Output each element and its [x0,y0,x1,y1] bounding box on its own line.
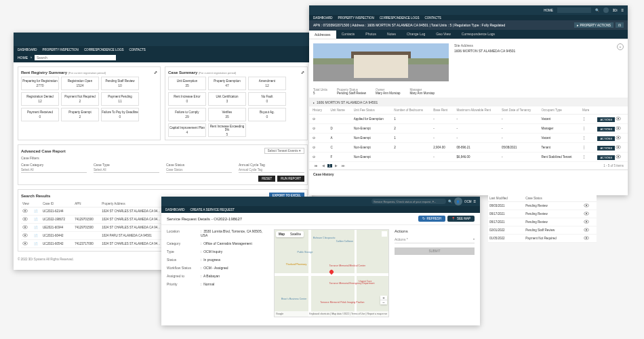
view-icon[interactable] [22,241,28,245]
stat-card[interactable]: Unit Certification3 [208,92,246,106]
map-view[interactable]: Map Satellite Torrance Memorial Medical … [274,229,389,317]
nav-create-request[interactable]: CREATE A SERVICE REQUEST [190,208,235,212]
view-icon[interactable] [584,228,589,232]
reset-button[interactable]: RESET [258,176,275,182]
tab-contacts[interactable]: Contacts [336,30,361,39]
stat-card[interactable]: Capital Improvement Plan4 [168,123,206,137]
table-row[interactable]: ⊙DNon-Exempt2---Manager⋮ACTIONS [309,124,628,134]
run-report-button[interactable]: RUN REPORT [277,176,304,182]
view-icon[interactable] [584,212,589,216]
table-row[interactable]: ⊙ANon-Exempt1---Vacant⋮ACTIONS [309,134,628,143]
table-row[interactable]: 08/17/2021Pending Review [488,210,597,218]
search-input[interactable] [35,55,116,60]
stat-card[interactable]: Amendment12 [248,77,286,90]
view-icon[interactable] [584,220,589,224]
table-row[interactable]: 08/03/2021Pending Review [488,202,597,210]
actions-select[interactable]: Actions * [395,236,475,243]
map-tab-map[interactable]: Map [276,231,287,237]
search-icon[interactable]: 🔍 [595,8,599,12]
tab-notes[interactable]: Notes [382,30,401,39]
stat-card[interactable]: Rent Increase Error0 [168,92,206,106]
table-row[interactable]: ⊙Applied for Exemption1---Vacant⋮ACTIONS [309,115,628,124]
search-input[interactable]: Service Requests, Check status of your r… [371,199,446,204]
pager-last[interactable]: ⏭ [340,164,346,167]
actions-button[interactable]: ACTIONS [597,127,615,132]
table-row[interactable]: ⊙FNon-Exempt-$6,946.00-Rent Stabilized T… [309,153,628,162]
add-address-button[interactable]: + [617,43,624,50]
stat-card[interactable]: Unit Exemption35 [168,77,206,90]
search-input[interactable] [557,7,591,13]
actions-button[interactable]: ACTIONS [597,146,615,151]
table-row[interactable]: 02/01/2022Pending Staff Review [488,226,597,235]
stat-card[interactable]: Registration Denied12 [21,92,59,106]
nav-prop-inspection[interactable]: PROPERTY INSPECTION [43,48,79,52]
stat-card[interactable]: Rent Increase Exceeding 5%5 [208,123,246,137]
filter-category-select[interactable]: Select All [21,167,87,173]
filter-type-select[interactable]: Select All [94,167,159,173]
filter-cycle-select[interactable]: Annual Cycle Tag [239,167,304,173]
view-icon[interactable] [584,236,589,240]
zoom-out-button[interactable]: − [380,300,387,304]
map-type-control[interactable]: Map Satellite [276,231,304,237]
table-row[interactable]: ⊙CNon-Exempt22,904.0008-896.2105/08/2021… [309,143,628,153]
nav-corr-logs[interactable]: CORRESPONDENCE LOGS [84,48,124,52]
view-icon[interactable] [22,225,28,229]
user-avatar[interactable] [603,7,609,13]
nav-home[interactable]: HOME [18,55,28,60]
table-row[interactable]: 01/05/2022Payment Not Required [488,235,597,243]
pager-first[interactable]: ⏮ [313,164,319,167]
view-icon[interactable] [616,145,621,149]
nav-prop-inspection[interactable]: PROPERTY INSPECTION [338,16,374,20]
view-icon[interactable] [22,233,28,237]
nav-dashboard[interactable]: DASHBOARD [165,208,185,212]
nav-contacts[interactable]: CONTACTS [129,48,145,52]
menu-icon[interactable]: ≡ [473,199,476,203]
view-icon[interactable] [22,209,28,213]
stat-card[interactable]: Payment Not Required2 [61,92,99,106]
case-history-header[interactable]: Case History [309,170,628,178]
tab-addresses[interactable]: Addresses [309,30,336,39]
tab-photos[interactable]: Photos [360,30,382,39]
actions-button[interactable]: ACTIONS [597,155,615,160]
view-icon[interactable] [616,126,621,130]
stat-card[interactable]: Registration Open1524 [61,77,99,90]
view-icon[interactable] [22,217,28,221]
menu-icon[interactable]: ≡ [621,8,624,12]
table-row[interactable]: 08/17/2021Pending Review [488,218,597,226]
pager-prev[interactable]: ◀ [321,164,326,167]
stat-card[interactable]: Property Exempt2 [61,108,99,121]
filter-status-select[interactable]: Case Status [166,167,232,173]
stat-card[interactable]: No Fault0 [248,92,286,106]
view-icon[interactable] [616,117,621,121]
actions-button[interactable]: ACTIONS [597,136,615,141]
tab-change-log[interactable]: Change Log [401,30,430,39]
submit-button[interactable]: SUBMIT [395,247,475,255]
nav-corr-logs[interactable]: CORRESPONDENCE LOGS [380,16,420,20]
stat-card[interactable]: Payment Pending11 [101,92,139,106]
view-icon[interactable] [616,155,621,159]
pager-next[interactable]: ▶ [334,164,339,167]
nav-home[interactable]: HOME [544,9,553,12]
stat-card[interactable]: Failure To Pay by Deadline0 [101,108,139,121]
property-actions-button[interactable]: ▸ PROPERTY ACTIONS [574,22,613,28]
expand-icon[interactable]: ⤢ [154,70,157,75]
view-icon[interactable] [616,136,621,140]
stat-card[interactable]: Preparing for Registration2770 [21,77,59,90]
view-icon[interactable] [584,203,589,207]
map-zoom-control[interactable]: +− [380,296,387,304]
user-avatar[interactable]: 👤 [454,197,462,205]
unit-section-header[interactable]: 1606 MORTON ST ALAMEDA CA 94501 [309,98,628,106]
tab-correspondence-logs[interactable]: Correspondence Logs [456,30,500,39]
tab-geo-view[interactable]: Geo View [430,30,456,39]
tenant-events-dropdown[interactable]: Select Tenant Events ▾ [264,148,304,154]
fullscreen-icon[interactable] [382,231,387,237]
window-toggle-button[interactable]: ⊡ [616,22,624,28]
stat-card[interactable]: Pending Staff Review10 [101,77,139,90]
expand-icon[interactable]: ⤢ [301,70,304,75]
map-tab-satellite[interactable]: Satellite [287,231,304,237]
nav-dashboard[interactable]: DASHBOARD [313,16,333,20]
search-icon[interactable]: 🔍 [448,199,452,203]
stat-card[interactable]: Payment Received0 [21,108,59,121]
stat-card[interactable]: Buyout Ag.0 [248,108,286,121]
stat-card[interactable]: Failure to Comply29 [168,108,206,121]
